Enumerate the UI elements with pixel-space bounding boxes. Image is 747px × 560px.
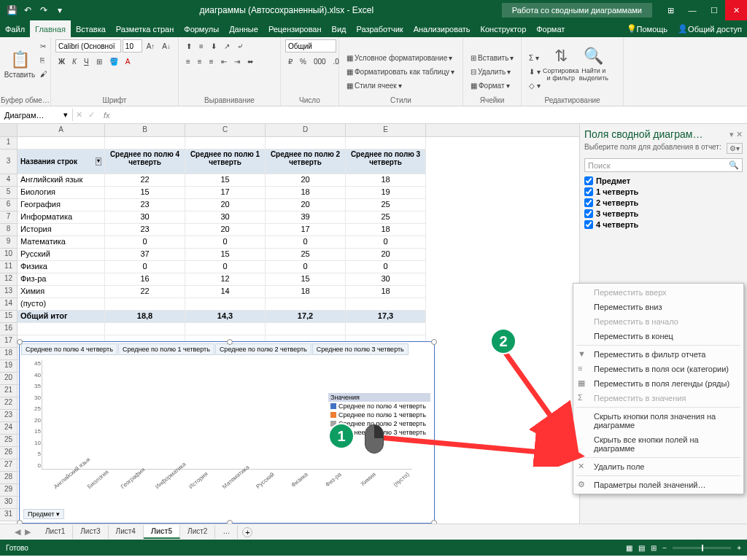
- merge-icon[interactable]: ⬌: [244, 55, 256, 68]
- field-checkbox[interactable]: 3 четверть: [584, 209, 743, 218]
- share-button[interactable]: 👤 Общий доступ: [673, 20, 747, 37]
- format-painter-icon[interactable]: 🖌: [37, 67, 50, 80]
- sheet-tab[interactable]: Лист3: [73, 525, 108, 539]
- fx-icon[interactable]: fx: [98, 111, 116, 120]
- comma-icon[interactable]: 000: [311, 55, 329, 68]
- close-icon[interactable]: ✕: [725, 0, 747, 20]
- help-button[interactable]: 💡 Помощь: [622, 20, 673, 37]
- border-icon[interactable]: ⊞: [93, 55, 105, 68]
- tab-view[interactable]: Вид: [327, 20, 352, 37]
- percent-icon[interactable]: %: [297, 55, 309, 68]
- tab-file[interactable]: Файл: [0, 20, 30, 37]
- tab-nav-prev-icon[interactable]: ◀: [15, 527, 20, 537]
- zoom-out-icon[interactable]: −: [662, 544, 667, 552]
- tab-developer[interactable]: Разработчик: [351, 20, 408, 37]
- insert-cells-button[interactable]: ⊞ Вставить ▾: [468, 51, 516, 64]
- worksheet[interactable]: A B C D E 13Названия строк ▾Среднее по п…: [0, 124, 579, 524]
- wrap-icon[interactable]: ⤶: [234, 39, 246, 52]
- grow-font-icon[interactable]: A↑: [144, 39, 158, 52]
- col-header[interactable]: E: [346, 124, 426, 136]
- tab-home[interactable]: Главная: [30, 20, 71, 37]
- sort-filter-button[interactable]: ⇅Сортировка и фильтр: [546, 39, 576, 89]
- cell-styles-button[interactable]: ▦ Стили ячеек ▾: [344, 79, 457, 92]
- tab-insert[interactable]: Вставка: [71, 20, 111, 37]
- cancel-icon[interactable]: ✕: [73, 110, 85, 120]
- context-menu-item[interactable]: ⚙Параметры полей значений…: [573, 478, 743, 492]
- search-input[interactable]: Поиск🔍: [584, 158, 743, 172]
- save-icon[interactable]: 💾: [4, 3, 19, 18]
- indent-inc-icon[interactable]: ⇥: [231, 55, 243, 68]
- tab-review[interactable]: Рецензирован: [263, 20, 327, 37]
- font-size-combo[interactable]: 10: [123, 39, 142, 52]
- font-color-icon[interactable]: A: [123, 55, 133, 68]
- view-layout-icon[interactable]: ▤: [638, 544, 645, 552]
- ribbon-options-icon[interactable]: ⊞: [659, 0, 681, 20]
- clear-icon[interactable]: ◇ ▾: [526, 79, 543, 92]
- col-header[interactable]: D: [266, 124, 346, 136]
- align-center-icon[interactable]: ≡: [195, 55, 205, 68]
- context-menu-item[interactable]: ▦Переместить в поля легенды (ряды): [573, 376, 743, 391]
- paste-button[interactable]: 📋Вставить: [4, 39, 35, 89]
- number-format-combo[interactable]: Общий: [285, 39, 336, 52]
- tab-formulas[interactable]: Формулы: [179, 20, 224, 37]
- zoom-slider[interactable]: [673, 547, 731, 549]
- align-bot-icon[interactable]: ⬇: [208, 39, 220, 52]
- align-right-icon[interactable]: ≡: [206, 55, 217, 68]
- underline-button[interactable]: Ч: [81, 55, 92, 68]
- fill-color-icon[interactable]: 🪣: [107, 55, 121, 68]
- currency-icon[interactable]: ₽: [285, 55, 295, 68]
- sheet-tab[interactable]: Лист2: [180, 525, 215, 539]
- sheet-tab[interactable]: Лист1: [38, 525, 73, 539]
- conditional-formatting-button[interactable]: ▦ Условное форматирование ▾: [344, 51, 457, 64]
- view-break-icon[interactable]: ⊞: [651, 544, 657, 552]
- cut-icon[interactable]: ✂: [37, 39, 50, 52]
- select-all-corner[interactable]: [0, 124, 18, 136]
- chart-field-button[interactable]: Среднее по полю 4 четверть: [21, 343, 117, 355]
- tab-analyze[interactable]: Анализировать: [409, 20, 476, 37]
- new-sheet-icon[interactable]: +: [242, 527, 252, 537]
- col-header[interactable]: C: [185, 124, 266, 136]
- format-as-table-button[interactable]: ▦ Форматировать как таблицу ▾: [344, 65, 457, 78]
- tab-nav-next-icon[interactable]: ▶: [25, 527, 31, 537]
- indent-dec-icon[interactable]: ⇤: [218, 55, 230, 68]
- shrink-font-icon[interactable]: A↓: [159, 39, 174, 52]
- delete-cells-button[interactable]: ⊟ Удалить ▾: [468, 65, 516, 78]
- field-checkbox[interactable]: 4 четверть: [584, 220, 743, 229]
- chart-field-button[interactable]: Среднее по полю 2 четверть: [215, 343, 311, 355]
- font-name-combo[interactable]: Calibri (Основної: [55, 39, 121, 52]
- chart-field-button[interactable]: Среднее по полю 1 четверть: [118, 343, 214, 355]
- redo-icon[interactable]: ↷: [36, 3, 51, 18]
- sheet-tab[interactable]: Лист5: [144, 525, 180, 539]
- name-box[interactable]: Диаграм…▾: [0, 109, 73, 121]
- maximize-icon[interactable]: ☐: [703, 0, 725, 20]
- italic-button[interactable]: К: [69, 55, 80, 68]
- context-menu-item[interactable]: Скрыть кнопки поля значения на диаграмме: [573, 409, 743, 432]
- bold-button[interactable]: Ж: [55, 55, 68, 68]
- tab-format[interactable]: Формат: [531, 20, 570, 37]
- format-cells-button[interactable]: ▦ Формат ▾: [468, 79, 516, 92]
- sheet-tab[interactable]: …: [215, 525, 238, 539]
- orientation-icon[interactable]: ↗: [221, 39, 233, 52]
- view-normal-icon[interactable]: ▦: [626, 544, 632, 552]
- context-menu-item[interactable]: Переместить в конец: [573, 329, 743, 343]
- context-menu-item[interactable]: Переместить вниз: [573, 300, 743, 314]
- fill-icon[interactable]: ⬇ ▾: [526, 65, 543, 78]
- qat-dropdown-icon[interactable]: ▾: [53, 3, 67, 18]
- zoom-in-icon[interactable]: +: [737, 544, 741, 552]
- find-select-button[interactable]: 🔍Найти и выделить: [578, 39, 609, 89]
- field-checkbox[interactable]: 1 четверть: [584, 187, 743, 196]
- context-menu-item[interactable]: ✕Удалить поле: [573, 459, 743, 474]
- sheet-tab[interactable]: Лист4: [109, 525, 144, 539]
- col-header[interactable]: A: [18, 124, 105, 136]
- enter-icon[interactable]: ✓: [85, 110, 98, 120]
- align-top-icon[interactable]: ⬆: [183, 39, 195, 52]
- field-checkbox[interactable]: 2 четверть: [584, 198, 743, 207]
- field-checkbox[interactable]: Предмет: [584, 176, 743, 185]
- context-menu-item[interactable]: ≡Переместить в поля оси (категории): [573, 362, 743, 376]
- tab-design[interactable]: Конструктор: [476, 20, 532, 37]
- autosum-icon[interactable]: Σ ▾: [526, 51, 543, 64]
- tab-data[interactable]: Данные: [224, 20, 263, 37]
- align-left-icon[interactable]: ≡: [183, 55, 193, 68]
- col-header[interactable]: B: [105, 124, 185, 136]
- gear-icon[interactable]: ⚙▾: [727, 143, 743, 154]
